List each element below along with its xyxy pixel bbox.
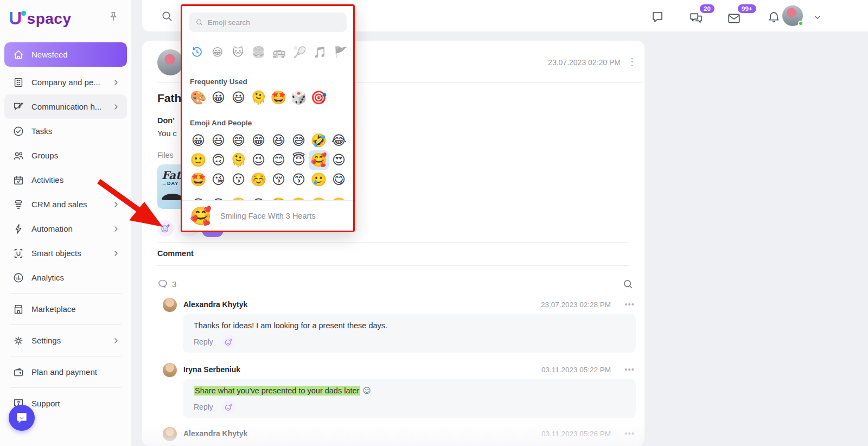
chevron-down-icon[interactable] <box>813 12 822 22</box>
emoji-cell[interactable]: 😋 <box>329 170 349 189</box>
emoji-cell[interactable]: 😚 <box>269 170 289 189</box>
emoji-category-travel-icon[interactable]: 🚌 <box>272 45 286 59</box>
commenter-avatar[interactable] <box>163 298 177 312</box>
emoji-cell[interactable]: 😁 <box>248 131 269 150</box>
reply-button[interactable]: Reply <box>194 403 213 411</box>
company-icon <box>12 76 25 89</box>
emoji-category-animals-icon[interactable]: 🐱 <box>231 45 245 59</box>
sidebar-item-tasks[interactable]: Tasks <box>4 119 127 143</box>
files-label: Files <box>157 151 174 160</box>
emoji-category-food-icon[interactable]: 🍔 <box>252 45 266 59</box>
emoji-search-field[interactable] <box>208 18 340 27</box>
emoji-cell[interactable]: 🥲 <box>309 170 329 189</box>
emoji-cell[interactable]: 🤭 <box>309 193 329 201</box>
emoji-cell[interactable]: 😊 <box>269 150 289 170</box>
messenger-icon[interactable] <box>689 11 703 26</box>
emoji-cell[interactable]: 🫠 <box>228 150 248 170</box>
sidebar-item-activities[interactable]: Activities <box>4 168 127 192</box>
chat-icon[interactable] <box>651 10 664 23</box>
comment-search-icon[interactable] <box>622 278 634 290</box>
post-body-text: You c <box>157 129 177 138</box>
emoji-cell[interactable]: 😜 <box>208 193 228 201</box>
emoji-cell[interactable]: 😛 <box>188 193 208 201</box>
commenter-avatar[interactable] <box>163 427 177 441</box>
add-reaction-button[interactable] <box>157 220 174 237</box>
emoji-cell[interactable]: 🤪 <box>228 193 248 201</box>
sidebar-item-marketplace[interactable]: Marketplace <box>4 297 127 321</box>
emoji-category-flags-icon[interactable]: 🚩 <box>334 45 348 59</box>
emoji-and-people-grid: 😀😃😄😁😆😅🤣😂🙂🙃🫠😉😊😇🥰😍🤩😘😗☺️😚😙🥲😋 <box>188 131 350 189</box>
post-body-bold: Don' <box>157 116 175 125</box>
emoji-cell[interactable]: 😃 <box>208 131 228 150</box>
emoji-cell[interactable]: 😀 <box>188 131 208 150</box>
emoji-cell[interactable]: 😇 <box>289 150 309 170</box>
emoji-search-input[interactable] <box>189 12 347 32</box>
add-reaction-button[interactable] <box>222 335 236 349</box>
emoji-cell[interactable]: 🤩 <box>188 170 208 189</box>
emoji-cell[interactable]: 🎯 <box>309 88 329 107</box>
emoji-cell[interactable]: 🤗 <box>289 193 309 201</box>
sidebar-item-newsfeed[interactable]: Newsfeed <box>4 42 127 67</box>
smart-icon <box>12 247 25 260</box>
emoji-cell[interactable]: 😍 <box>329 150 349 170</box>
emoji-cell-highlighted[interactable]: 🥰 <box>309 150 329 170</box>
sidebar-divider <box>10 387 122 388</box>
emoji-cell[interactable]: 😗 <box>228 170 248 189</box>
comment-menu-icon[interactable]: ••• <box>624 429 635 438</box>
emoji-cell[interactable]: 😆 <box>269 131 289 150</box>
emoji-cell[interactable]: 🤩 <box>269 88 289 107</box>
reply-button[interactable]: Reply <box>194 337 213 346</box>
emoji-cell[interactable]: ☺️ <box>248 170 269 189</box>
notifications-bell-icon[interactable] <box>767 10 781 24</box>
post-author-avatar[interactable] <box>157 49 183 75</box>
emoji-cell[interactable]: 🤑 <box>269 193 289 201</box>
sidebar-item-company[interactable]: Company and pe... <box>4 70 127 94</box>
comment-menu-icon[interactable]: ••• <box>624 365 635 374</box>
emoji-cell[interactable]: 🫠 <box>248 88 269 107</box>
emoji-cell[interactable]: 😘 <box>208 170 228 189</box>
uspacy-logo[interactable]: U spacy <box>9 7 71 27</box>
groups-icon <box>12 149 25 162</box>
sidebar-item-groups[interactable]: Groups <box>4 143 127 168</box>
sidebar-item-plan-and-payment[interactable]: Plan and payment <box>4 360 127 384</box>
emoji-cell[interactable]: 😉 <box>248 150 269 170</box>
comment-timestamp: 23.07.2023 02:28 PM <box>541 301 611 309</box>
comment-menu-icon[interactable]: ••• <box>624 300 635 309</box>
emoji-cell[interactable]: 🙂 <box>188 150 208 170</box>
emoji-cell[interactable]: 🎨 <box>188 88 208 107</box>
sidebar-item-settings[interactable]: Settings <box>4 328 127 353</box>
sidebar-item-smart-objects[interactable]: Smart objects <box>4 241 127 265</box>
pin-sidebar-icon[interactable] <box>107 11 119 23</box>
emoji-category-activities-icon[interactable]: 🎾 <box>292 45 307 59</box>
emoji-cell[interactable]: 🎲 <box>289 88 309 107</box>
commenter-avatar[interactable] <box>163 363 177 377</box>
emoji-cell[interactable]: 🤣 <box>309 131 329 150</box>
emoji-cell[interactable]: 🫢 <box>329 193 349 201</box>
sidebar-item-analytics[interactable]: Analytics <box>4 265 127 290</box>
emoji-cell[interactable]: 🙃 <box>208 150 228 170</box>
support-chat-widget-button[interactable] <box>9 405 35 431</box>
emoji-cell[interactable]: 😅 <box>289 131 309 150</box>
post-title: Fath <box>157 92 181 105</box>
emoji-cell[interactable]: 😂 <box>329 131 349 150</box>
emoji-cell[interactable]: 😄 <box>228 131 248 150</box>
sidebar-item-automation[interactable]: Automation <box>4 216 127 241</box>
emoji-cell[interactable]: 😀 <box>208 88 228 107</box>
logo-text: spacy <box>27 11 72 27</box>
emoji-cell[interactable]: 😙 <box>289 170 309 189</box>
emoji-category-recent-icon[interactable] <box>190 45 204 59</box>
commenter-name: Alexandra Khytyk <box>183 300 247 309</box>
emoji-category-symbols-icon[interactable]: 🎵 <box>313 45 327 59</box>
tasks-icon <box>12 125 25 138</box>
emoji-category-smileys-icon[interactable]: 😀 <box>210 45 225 59</box>
comment-count: 3 <box>157 278 176 289</box>
sidebar-item-communication[interactable]: Communication h... <box>4 94 127 119</box>
post-menu-kebab-icon[interactable]: ⋮ <box>627 56 637 68</box>
emoji-cell[interactable]: 😃 <box>228 88 248 107</box>
search-icon[interactable] <box>161 10 173 22</box>
add-reaction-button[interactable] <box>222 400 236 414</box>
emoji-cell[interactable]: 😝 <box>248 193 269 201</box>
sidebar-item-crm[interactable]: CRM and sales <box>4 192 127 216</box>
comment-bubble: Share what you've presented to your dads… <box>183 379 636 418</box>
mail-icon[interactable] <box>727 11 741 26</box>
